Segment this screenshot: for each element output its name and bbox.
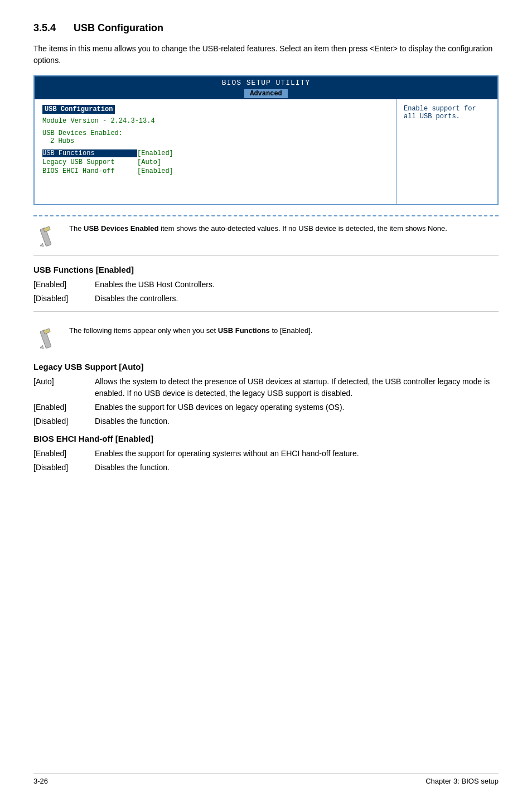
bios-title-bar: BIOS SETUP UTILITY (35, 76, 497, 89)
legacy-usb-disabled-row: [Disabled] Disables the function. (33, 416, 499, 427)
bios-devices-value: 2 Hubs (42, 137, 389, 145)
legacy-usb-disabled-key: [Disabled] (33, 416, 95, 427)
note-text-1: The USB Devices Enabled item shows the a… (69, 223, 447, 234)
bios-ehci-enabled-desc: Enables the support for operating system… (95, 448, 499, 460)
legacy-usb-heading: Legacy USB Support [Auto] (33, 362, 499, 371)
bios-item-label-ehci: BIOS EHCI Hand-off (42, 167, 137, 175)
bios-item-label-legacy-usb: Legacy USB Support (42, 158, 137, 166)
bios-main-panel: USB Configuration Module Version - 2.24.… (35, 99, 397, 204)
footer-page-number: 3-26 (33, 777, 48, 785)
bios-ehci-enabled-row: [Enabled] Enables the support for operat… (33, 448, 499, 460)
bios-item-legacy-usb[interactable]: Legacy USB Support [Auto] (42, 158, 389, 166)
section-title: USB Configuration (74, 22, 163, 33)
legacy-usb-enabled-desc: Enables the support for USB devices on l… (95, 402, 499, 413)
bios-ehci-disabled-desc: Disables the function. (95, 462, 499, 474)
section-divider-1 (33, 311, 499, 312)
legacy-usb-section: Legacy USB Support [Auto] [Auto] Allows … (33, 362, 499, 427)
note-bold-1: USB Devices Enabled (84, 224, 158, 233)
bios-item-value-legacy-usb: [Auto] (137, 158, 161, 166)
legacy-usb-disabled-desc: Disables the function. (95, 416, 499, 427)
bios-item-ehci[interactable]: BIOS EHCI Hand-off [Enabled] (42, 167, 389, 175)
bios-item-value-usb-functions: [Enabled] (137, 149, 173, 157)
pencil-icon-2 (37, 325, 58, 351)
usb-functions-enabled-row: [Enabled] Enables the USB Host Controlle… (33, 279, 499, 291)
note-text-2: The following items appear only when you… (69, 325, 312, 336)
bios-tab-bar: Advanced (35, 89, 497, 99)
usb-functions-enabled-key: [Enabled] (33, 279, 95, 291)
legacy-usb-auto-desc: Allows the system to detect the presence… (95, 376, 499, 399)
note-icon-2 (33, 325, 61, 351)
usb-functions-section: USB Functions [Enabled] [Enabled] Enable… (33, 265, 499, 305)
section-number: 3.5.4 (33, 22, 56, 33)
bios-tab-advanced[interactable]: Advanced (244, 89, 288, 98)
legacy-usb-options: [Auto] Allows the system to detect the p… (33, 376, 499, 427)
bios-item-value-ehci: [Enabled] (137, 167, 173, 175)
bios-ehci-enabled-key: [Enabled] (33, 448, 95, 460)
legacy-usb-auto-key: [Auto] (33, 376, 95, 399)
usb-functions-heading: USB Functions [Enabled] (33, 265, 499, 274)
bios-ehci-section: BIOS EHCI Hand-off [Enabled] [Enabled] E… (33, 434, 499, 474)
bios-ehci-options: [Enabled] Enables the support for operat… (33, 448, 499, 474)
note-bold-2: USB Functions (218, 326, 270, 335)
bios-ehci-disabled-key: [Disabled] (33, 462, 95, 474)
bios-module-version: Module Version - 2.24.3-13.4 (42, 117, 389, 125)
note-icon-1 (33, 223, 61, 249)
pencil-icon (37, 223, 58, 249)
usb-functions-disabled-key: [Disabled] (33, 293, 95, 305)
bios-ui-box: BIOS SETUP UTILITY Advanced USB Configur… (33, 75, 499, 205)
page-footer: 3-26 Chapter 3: BIOS setup (33, 773, 499, 785)
intro-text: The items in this menu allows you to cha… (33, 43, 499, 66)
footer-chapter: Chapter 3: BIOS setup (425, 777, 499, 785)
usb-functions-enabled-desc: Enables the USB Host Controllers. (95, 279, 499, 291)
bios-main-title: USB Configuration (42, 105, 115, 114)
bios-sidebar: Enable support for all USB ports. (397, 99, 497, 204)
legacy-usb-auto-row: [Auto] Allows the system to detect the p… (33, 376, 499, 399)
usb-functions-disabled-row: [Disabled] Disables the controllers. (33, 293, 499, 305)
note-box-1: The USB Devices Enabled item shows the a… (33, 216, 499, 256)
usb-functions-disabled-desc: Disables the controllers. (95, 293, 499, 305)
legacy-usb-enabled-key: [Enabled] (33, 402, 95, 413)
usb-functions-options: [Enabled] Enables the USB Host Controlle… (33, 279, 499, 305)
bios-ehci-disabled-row: [Disabled] Disables the function. (33, 462, 499, 474)
legacy-usb-enabled-row: [Enabled] Enables the support for USB de… (33, 402, 499, 413)
bios-item-usb-functions[interactable]: USB Functions [Enabled] (42, 149, 389, 157)
bios-ehci-heading: BIOS EHCI Hand-off [Enabled] (33, 434, 499, 443)
bios-item-label-usb-functions: USB Functions (42, 149, 137, 157)
bios-devices-label: USB Devices Enabled: (42, 129, 389, 137)
note-box-2: The following items appear only when you… (33, 318, 499, 353)
